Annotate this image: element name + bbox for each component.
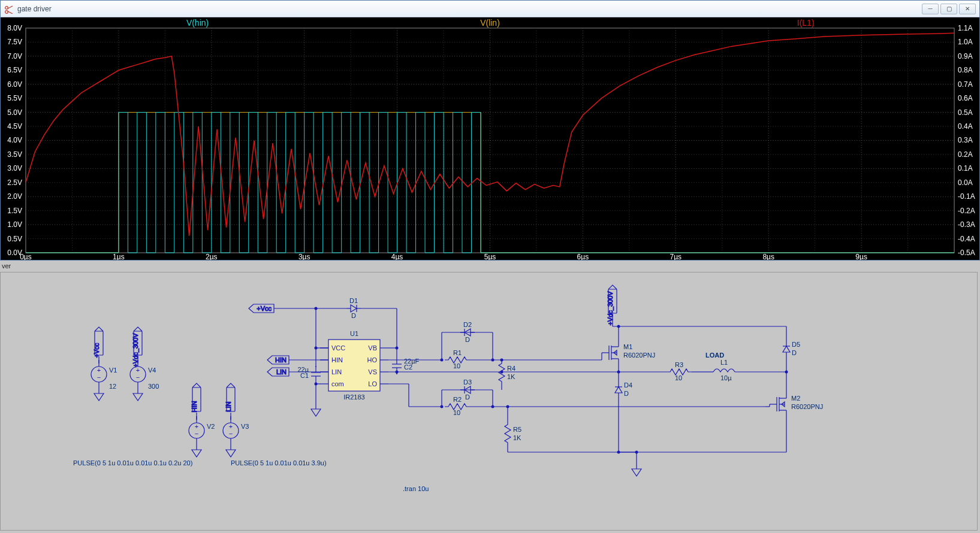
resistor[interactable]: R5 1K [505, 421, 521, 452]
net-flag[interactable]: +Vdc_300V [607, 285, 617, 326]
svg-text:10µ: 10µ [720, 374, 732, 381]
left-axis-tick: 6.0V [7, 80, 22, 89]
right-axis-tick: 1.0A [958, 38, 973, 46]
right-axis-tick: 0.5A [958, 108, 973, 117]
svg-text:+Vcc: +Vcc [257, 305, 272, 312]
svg-text:12: 12 [109, 383, 116, 390]
legend-vlin[interactable]: V(lin) [480, 18, 500, 28]
left-axis-tick: 3.5V [7, 150, 22, 159]
left-axis-tick: 3.0V [7, 164, 22, 172]
diode[interactable]: D5 D [783, 341, 800, 356]
svg-text:−: − [136, 374, 140, 381]
svg-point-171 [441, 405, 444, 408]
left-axis-tick: 2.0V [7, 192, 22, 201]
svg-text:R2: R2 [453, 396, 462, 403]
svg-text:10: 10 [675, 374, 682, 381]
svg-text:IR2183: IR2183 [343, 393, 364, 401]
x-axis-tick: 1µs [113, 253, 125, 260]
svg-text:L1: L1 [720, 359, 728, 366]
right-axis-tick: 0.8A [958, 66, 973, 74]
svg-point-117 [315, 383, 318, 386]
svg-text:R1: R1 [453, 349, 462, 356]
capacitor[interactable]: C1 22µ [297, 366, 321, 383]
svg-text:22µF: 22µF [404, 358, 420, 365]
net-flag[interactable]: +Vcc [249, 304, 274, 313]
legend-il1[interactable]: I(L1) [797, 18, 815, 28]
diode[interactable]: D4 D [615, 381, 632, 397]
tran-directive[interactable]: .tran 10u [403, 485, 429, 492]
left-axis-tick: 6.5V [7, 66, 22, 74]
svg-point-108 [315, 347, 318, 350]
svg-text:HO: HO [367, 356, 378, 364]
svg-text:LO: LO [368, 380, 377, 387]
svg-text:D2: D2 [463, 321, 472, 328]
net-flag[interactable]: HIN [191, 383, 201, 412]
x-axis-tick: 0µs [20, 253, 32, 260]
schematic-canvas[interactable]: +Vcc + − V1 12 +Vdc_300V + − V4 300 HIN … [0, 272, 978, 531]
voltage-source[interactable]: + − V3 [223, 416, 249, 445]
right-axis-tick: 0.7A [958, 80, 973, 89]
svg-text:D3: D3 [463, 378, 472, 386]
svg-text:R3: R3 [675, 361, 683, 368]
svg-text:1K: 1K [513, 434, 521, 441]
svg-text:+: + [195, 423, 198, 430]
left-axis-tick: 8.0V [7, 24, 22, 32]
net-flag[interactable]: HIN [267, 356, 289, 364]
inductor[interactable]: L1 10µ [713, 359, 735, 381]
net-flag[interactable]: +Vcc [93, 327, 103, 358]
right-axis-tick: 0.2A [958, 150, 973, 159]
pulse-text-v3[interactable]: PULSE(0 5 1u 0.01u 0.01u 3.9u) [231, 459, 327, 467]
svg-text:R5: R5 [513, 426, 521, 433]
right-axis-tick: 0.6A [958, 94, 973, 102]
pulse-text-v2[interactable]: PULSE(0 5 1u 0.01u 0.01u 0.1u 0.2u 20) [73, 459, 192, 467]
svg-text:VB: VB [368, 344, 377, 352]
svg-text:LIN: LIN [225, 401, 232, 411]
waveform-titlebar[interactable]: gate driver ─ ▢ ✕ [1, 1, 979, 17]
svg-text:LIN: LIN [276, 368, 287, 375]
diode[interactable]: D1 D [346, 297, 361, 319]
x-axis-tick: 7µs [670, 253, 682, 260]
plot-area[interactable]: 0.0V-0.5A0.5V-0.4A1.0V-0.3A1.5V-0.2A2.0V… [1, 17, 979, 260]
right-axis-tick: 0.1A [958, 164, 973, 172]
resistor[interactable]: R1 10 [445, 349, 493, 370]
svg-text:D: D [465, 393, 470, 401]
minimize-button[interactable]: ─ [922, 4, 939, 14]
resistor[interactable]: R4 1K [499, 360, 515, 390]
voltage-source[interactable]: + − V1 12 [91, 360, 117, 390]
x-axis-tick: 6µs [577, 253, 589, 260]
svg-text:VS: VS [368, 368, 377, 375]
svg-text:D: D [792, 349, 797, 356]
left-axis-tick: 7.0V [7, 52, 22, 60]
right-axis-tick: -0.2A [958, 207, 975, 215]
schematic-title-fragment: ver [2, 262, 11, 269]
maximize-button[interactable]: ▢ [940, 4, 957, 14]
svg-text:HIN: HIN [275, 356, 287, 364]
svg-point-137 [396, 371, 399, 374]
net-flag[interactable]: LIN [225, 383, 235, 412]
net-flag[interactable]: +Vdc_300V [132, 327, 142, 368]
svg-text:V1: V1 [109, 367, 117, 374]
voltage-source[interactable]: + − V2 [189, 416, 215, 445]
right-axis-tick: 0.0A [958, 178, 973, 187]
ic-u1[interactable]: U1 IR2183VCCHINLINcomVBHOVSLO [320, 330, 388, 401]
net-flag[interactable]: LIN [267, 368, 289, 376]
right-axis-tick: -0.1A [958, 192, 975, 201]
svg-text:+Vcc: +Vcc [93, 343, 100, 358]
x-axis-tick: 4µs [391, 253, 403, 260]
close-button[interactable]: ✕ [959, 4, 976, 14]
svg-text:R4: R4 [507, 365, 515, 372]
left-axis-tick: 2.5V [7, 178, 22, 187]
mosfet[interactable]: M2 R6020PNJ [770, 391, 823, 417]
legend-vhin[interactable]: V(hin) [186, 18, 209, 28]
svg-text:R6020PNJ: R6020PNJ [623, 352, 655, 359]
left-axis-tick: 4.0V [7, 136, 22, 144]
x-axis-tick: 8µs [762, 253, 774, 260]
waveform-window: gate driver ─ ▢ ✕ 0.0V-0.5A0.5V-0.4A1.0V… [0, 0, 980, 261]
svg-text:+: + [136, 367, 140, 374]
mosfet[interactable]: M1 R6020PNJ [602, 340, 655, 366]
right-axis-tick: -0.5A [958, 249, 975, 257]
svg-text:HIN: HIN [191, 401, 198, 412]
svg-text:D: D [624, 390, 629, 397]
resistor[interactable]: R3 10 [667, 361, 701, 381]
svg-text:+: + [229, 423, 233, 430]
